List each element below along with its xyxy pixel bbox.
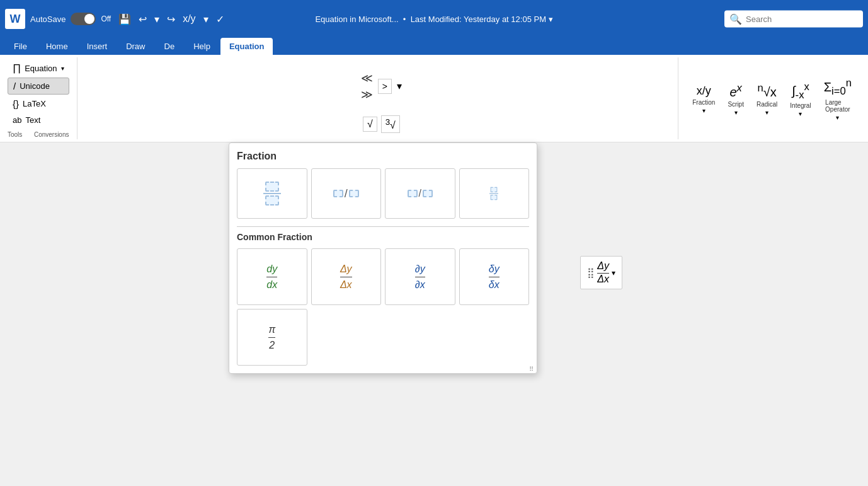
large-operator-dropdown[interactable]: ▾ [836,114,839,121]
word-icon: W [5,9,25,29]
unicode-tool[interactable]: / Unicode [8,78,69,95]
integral-btn[interactable]: ∫-xx Integral ▾ [786,78,814,120]
slash-icon: / [345,187,348,200]
text-icon: ab [13,115,21,125]
ribbon-group-symbols: ≪ ≫ > ▾ √ 3√ [85,57,679,139]
partial-x-denominator: ∂x [415,279,425,291]
symbols-dropdown-btn[interactable]: ▾ [397,80,402,92]
tab-file[interactable]: File [5,38,36,55]
text-tool[interactable]: ab Text [8,113,69,127]
next-symbol-btn[interactable]: ≫ [361,88,373,101]
fraction-types-grid: / / [237,168,529,219]
undo-icon[interactable]: ↩ [136,12,149,26]
radical-dropdown[interactable]: ▾ [765,109,768,116]
ribbon-group-structures: x/y Fraction ▾ ex Script ▾ n√x Radical ▾… [686,57,863,139]
partial-yx-fraction: ∂y ∂x [415,263,425,290]
numerator-box [265,182,279,192]
tab-home[interactable]: Home [37,38,77,55]
prev-symbol-btn[interactable]: ≪ [361,71,373,85]
tab-draw[interactable]: Draw [117,38,154,55]
text-tool-label: Text [25,115,40,125]
script-btn[interactable]: ex Script ▾ [724,79,748,119]
resize-handle[interactable]: ⠿ [529,366,535,372]
delta-fraction-display: Δy Δx [597,260,609,285]
small-fraction-cell[interactable] [459,168,530,219]
fraction-dropdown[interactable]: ▾ [702,107,705,114]
search-icon: 🔍 [729,13,742,25]
large-operator-btn[interactable]: Σi=0n LargeOperator ▾ [820,74,855,124]
skewed-num-box [333,190,343,197]
dy-dx-cell[interactable]: dy dx [237,248,307,305]
equation-icon[interactable]: x/y [180,12,198,26]
latex-tool[interactable]: {} LaTeX [8,96,69,112]
stacked-fraction-cell[interactable] [237,168,307,219]
fraction-btn[interactable]: x/y Fraction ▾ [688,82,719,117]
fraction-label: Fraction [692,99,715,106]
equation-tool[interactable]: ∏ Equation ▾ [8,60,69,76]
script-dropdown[interactable]: ▾ [734,109,738,116]
pi-2-cell[interactable]: π 2 [237,309,307,366]
save-icon[interactable]: 💾 [116,12,134,26]
tab-equation[interactable]: Equation [220,38,273,55]
integral-dropdown[interactable]: ▾ [799,110,802,117]
customize-icon[interactable]: ✓ [214,12,227,26]
delta-y-value: Δy [597,260,609,274]
linear-fraction-cell[interactable]: / [385,168,455,219]
dy-dx-fraction: dy dx [266,263,277,290]
skewed-fraction-cell[interactable]: / [311,168,382,219]
delta-small-y-numerator: δy [489,263,500,277]
panel-title: Fraction [237,151,529,162]
conversions-group-label: Conversions [34,131,69,138]
integral-label: Integral [790,102,811,109]
undo-dropdown-icon[interactable]: ▾ [152,12,162,26]
redo-icon[interactable]: ↪ [164,12,178,26]
delta-small-y-x-cell[interactable]: δy δx [459,248,530,305]
tab-de[interactable]: De [156,38,184,55]
large-operator-icon: Σi=0n [824,77,852,98]
large-operator-label: LargeOperator [825,99,850,113]
delta-x-value: Δx [597,274,609,285]
sqrt3-btn[interactable]: 3√ [381,115,400,133]
small-num-box [491,187,498,192]
delta-x-denominator: Δx [340,279,352,291]
equation-dropdown-icon[interactable]: ▾ [201,12,211,26]
fraction-panel: Fraction / [229,142,537,374]
latex-tool-label: LaTeX [23,99,46,108]
delta-yx-fraction: Δy Δx [340,263,352,290]
ribbon-content: ∏ Equation ▾ / Unicode {} LaTeX ab Text … [0,55,868,142]
skewed-den-box [349,190,359,197]
gt-btn[interactable]: > [378,79,392,94]
equation-tool-label: Equation [25,64,57,73]
linear-num-box [408,190,418,197]
section-divider [237,226,529,227]
pi-numerator: π [268,323,275,337]
integral-icon: ∫-xx [792,81,809,101]
equation-widget: ⣿ Δy Δx ▾ [580,256,622,289]
equation-dropdown-handle[interactable]: ▾ [612,269,615,277]
radical-label: Radical [757,101,777,108]
radical-btn[interactable]: n√x Radical ▾ [753,79,781,119]
ribbon-group-tools: ∏ Equation ▾ / Unicode {} LaTeX ab Text … [5,57,77,139]
equation-pi-icon: ∏ [13,62,21,74]
fraction-icon: x/y [697,84,711,98]
last-modified-dropdown[interactable]: ▾ [549,14,553,24]
partial-y-x-cell[interactable]: ∂y ∂x [385,248,455,305]
tab-insert[interactable]: Insert [78,38,117,55]
equation-tool-dropdown[interactable]: ▾ [61,65,64,72]
autosave-toggle[interactable] [71,13,96,25]
equation-drag-handle[interactable]: ⣿ [587,267,595,279]
fraction-line [263,193,281,194]
delta-y-x-cell[interactable]: Δy Δx [311,248,382,305]
linear-fraction-icon: / [408,188,433,199]
partial-y-numerator: ∂y [415,263,425,277]
tab-help[interactable]: Help [185,38,219,55]
script-label: Script [728,101,744,108]
sqrt-btn[interactable]: √ [363,117,377,132]
linear-den-box [423,190,433,197]
search-input[interactable] [746,14,858,24]
delta-y-numerator: Δy [340,263,352,277]
autosave-label: AutoSave [30,14,66,24]
section-title: Common Fraction [237,232,529,242]
two-denominator: 2 [268,339,275,351]
search-box: 🔍 [724,11,863,28]
